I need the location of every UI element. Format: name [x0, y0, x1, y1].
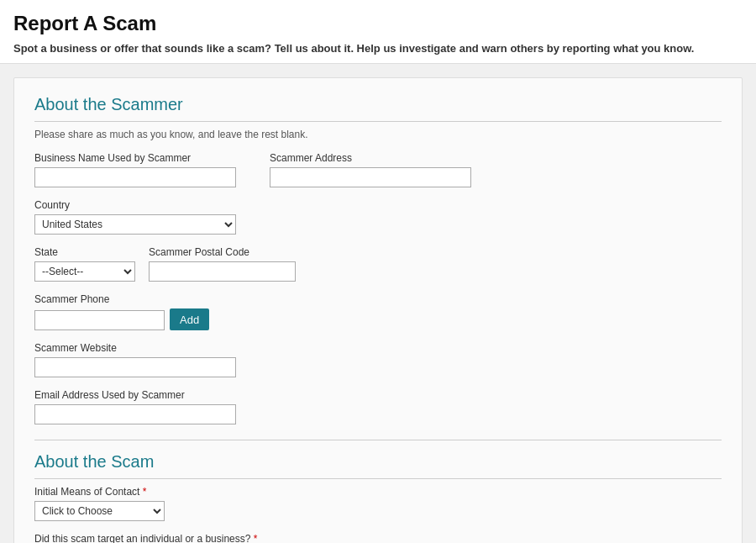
email-label: Email Address Used by Scammer — [34, 389, 722, 401]
group-phone: Scammer Phone Add — [34, 293, 722, 330]
group-business-name: Business Name Used by Scammer — [34, 152, 236, 187]
row-business-address: Business Name Used by Scammer Scammer Ad… — [34, 152, 722, 187]
group-target: Did this scam target an individual or a … — [34, 533, 722, 543]
group-email: Email Address Used by Scammer — [34, 389, 722, 424]
website-input[interactable] — [34, 357, 236, 377]
phone-label: Scammer Phone — [34, 293, 722, 305]
add-phone-button[interactable]: Add — [170, 308, 209, 330]
page-content: About the Scammer Please share as much a… — [0, 64, 756, 543]
group-scammer-address: Scammer Address — [270, 152, 471, 187]
section-divider — [34, 440, 722, 440]
row-country: Country United States Canada United King… — [34, 199, 722, 235]
group-postal-code: Scammer Postal Code — [149, 246, 296, 282]
group-contact: Initial Means of Contact * Click to Choo… — [34, 486, 722, 521]
country-select[interactable]: United States Canada United Kingdom Aust… — [34, 214, 236, 235]
about-scammer-subtitle: Please share as much as you know, and le… — [34, 129, 722, 140]
group-website: Scammer Website — [34, 342, 722, 377]
about-scammer-title: About the Scammer — [34, 95, 722, 122]
website-label: Scammer Website — [34, 342, 722, 354]
target-label: Did this scam target an individual or a … — [34, 533, 722, 543]
form-card: About the Scammer Please share as much a… — [13, 77, 743, 543]
about-scam-title: About the Scam — [34, 452, 722, 479]
page-subtitle: Spot a business or offer that sounds lik… — [13, 42, 743, 55]
scammer-address-input[interactable] — [270, 167, 471, 187]
page-header: Report A Scam Spot a business or offer t… — [0, 0, 756, 64]
contact-select[interactable]: Click to Choose Email Phone Mail In Pers… — [34, 501, 165, 521]
state-label: State — [34, 246, 135, 258]
business-name-input[interactable] — [34, 167, 236, 187]
group-state: State --Select-- AL AK AZ CA FL NY TX — [34, 246, 135, 282]
phone-row: Add — [34, 308, 722, 330]
business-name-label: Business Name Used by Scammer — [34, 152, 236, 164]
state-select[interactable]: --Select-- AL AK AZ CA FL NY TX — [34, 261, 135, 282]
postal-code-input[interactable] — [149, 261, 296, 282]
scammer-address-label: Scammer Address — [270, 152, 471, 164]
group-country: Country United States Canada United King… — [34, 199, 236, 235]
page-title: Report A Scam — [13, 12, 743, 35]
email-input[interactable] — [34, 404, 236, 424]
country-label: Country — [34, 199, 236, 211]
postal-code-label: Scammer Postal Code — [149, 246, 296, 258]
contact-label: Initial Means of Contact * — [34, 486, 722, 498]
phone-input[interactable] — [34, 310, 165, 330]
row-state-postal: State --Select-- AL AK AZ CA FL NY TX Sc… — [34, 246, 722, 282]
